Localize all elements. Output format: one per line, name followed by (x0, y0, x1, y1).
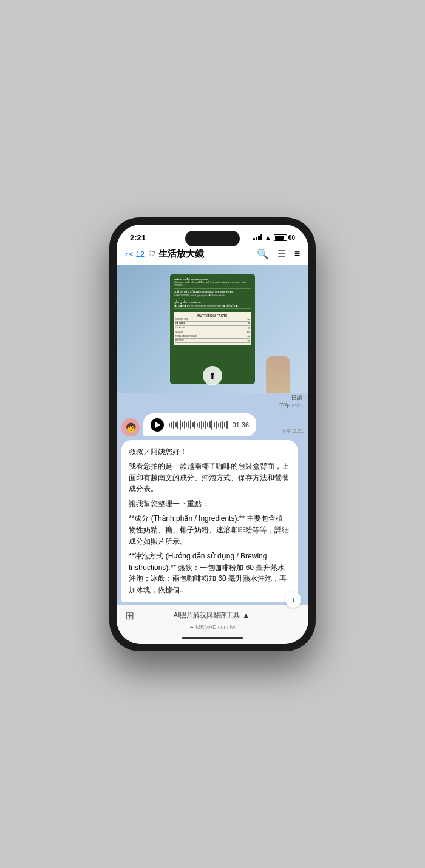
waveform-bar (182, 422, 183, 427)
waveform-bar (214, 422, 215, 427)
text-paragraph-2: 我看您拍的是一款越南椰子咖啡的包裝盒背面，上面印有越南文的成分、沖泡方式、保存方… (129, 461, 290, 495)
watermark-text: MRMAD.com.tw (196, 624, 236, 630)
text-paragraph-4: **成分 (Thành phần / Ingredients):** 主要包含植… (129, 513, 290, 547)
ai-tool-label-area[interactable]: AI照片解說與翻譯工具 ▲ (174, 611, 250, 620)
waveform-bar (220, 422, 221, 428)
share-button-area: ⬆ (203, 366, 222, 385)
keyboard-icon[interactable]: ⊞ (125, 609, 134, 622)
waveform-bar (186, 422, 187, 427)
waveform-bar (211, 420, 212, 430)
nutrition-carb: TOTAL CARBOHYDRATE13g (175, 334, 250, 339)
waveform-bar (173, 421, 174, 429)
avatar: 🧒 (121, 418, 140, 436)
menu-icon[interactable]: ≡ (294, 248, 300, 259)
storage-block: BẢO QUẢN /STORAGE: Bảo quản nơi khô ráo,… (174, 301, 251, 310)
photo-image[interactable]: THÀNH PHẦN /INGREDIENTS: BỘT KEM THỰC VẬ… (117, 265, 308, 393)
back-button[interactable]: ‹ < 12 (125, 249, 144, 259)
nutrition-facts-box: NUTRITION FACTS SERVING SIZE15g CALORIES… (174, 312, 251, 345)
back-label[interactable]: < 12 (129, 249, 144, 259)
waveform-bar (226, 421, 228, 429)
waveform-bar (194, 421, 195, 429)
photo-time: 下午 2:21 (279, 402, 302, 409)
nav-bar: ‹ < 12 🛡 生活放大鏡 🔍 ☰ ≡ (117, 245, 308, 265)
nav-actions: 🔍 ☰ ≡ (257, 248, 300, 260)
voice-time: 下午 2:21 (280, 427, 304, 435)
share-button[interactable]: ⬆ (203, 366, 222, 385)
photo-message: THÀNH PHẦN /INGREDIENTS: BỘT KEM THỰC VẬ… (117, 265, 308, 412)
text-bubble: 叔叔／阿姨您好！ 我看您拍的是一款越南椰子咖啡的包裝盒背面，上面印有越南文的成分… (121, 440, 298, 602)
waveform-bar (188, 421, 189, 428)
watermark: ⌁ MRMAD.com.tw (190, 624, 236, 631)
text-paragraph-1: 叔叔／阿姨您好！ (129, 446, 290, 458)
hand-silhouette (266, 356, 290, 393)
mrmad-logo-icon: ⌁ (190, 624, 194, 631)
battery-fill (275, 236, 284, 240)
chevron-up-icon: ▲ (242, 611, 250, 620)
chat-area: THÀNH PHẦN /INGREDIENTS: BỘT KEM THỰC VẬ… (117, 265, 308, 605)
waveform-bar (205, 421, 206, 429)
waveform-bar (190, 420, 191, 429)
photo-container: THÀNH PHẦN /INGREDIENTS: BỘT KEM THỰC VẬ… (117, 265, 308, 393)
waveform-bar (216, 421, 217, 429)
waveform (169, 420, 228, 430)
ingredients-block: THÀNH PHẦN /INGREDIENTS: BỘT KEM THỰC VẬ… (174, 278, 251, 289)
waveform-bar (197, 423, 198, 427)
chevron-down-icon: ↓ (291, 595, 295, 604)
battery-icon (274, 234, 287, 241)
phone-screen: 2:21 ▲ 80 ‹ < (117, 225, 308, 644)
waveform-bar (218, 423, 219, 427)
ai-tool-label: AI照片解說與翻譯工具 (174, 611, 240, 620)
wifi-icon: ▲ (265, 234, 271, 241)
nutrition-serving: SERVING SIZE15g (175, 317, 250, 322)
list-icon[interactable]: ☰ (277, 248, 286, 260)
brewing-block: HƯỚNG DẪN SỬ DỤNG /BREWING INSTRUCTIONS:… (174, 291, 251, 299)
share-icon: ⬆ (209, 371, 216, 381)
nutrition-calories: CALORIES70 (175, 322, 250, 326)
battery-level: 80 (288, 234, 295, 241)
waveform-bar (222, 421, 223, 429)
nutrition-protein: PROTEIN<1g (175, 339, 250, 343)
phone-shell: 2:21 ▲ 80 ‹ < (109, 217, 316, 651)
signal-icon (253, 234, 262, 240)
shield-icon: 🛡 (148, 249, 155, 258)
waveform-bar (224, 422, 225, 427)
waveform-bar (180, 420, 181, 430)
dynamic-island (185, 231, 240, 246)
status-icons: ▲ 80 (253, 234, 295, 241)
waveform-bar (169, 423, 170, 427)
text-message-row: 叔叔／阿姨您好！ 我看您拍的是一款越南椰子咖啡的包裝盒背面，上面印有越南文的成分… (117, 438, 308, 605)
nutrition-fat: TOTAL FAT1g (175, 326, 250, 330)
back-icon: ‹ (125, 249, 127, 259)
voice-message-row: 🧒 (117, 412, 308, 438)
waveform-bar (201, 421, 202, 429)
text-paragraph-5: **沖泡方式 (Hướng dẫn sử dụng / Brewing Inst… (129, 551, 290, 595)
play-button[interactable] (151, 418, 164, 432)
toolbar-row: ⊞ AI照片解說與翻譯工具 ▲ (125, 609, 300, 622)
text-paragraph-3: 讓我幫您整理一下重點： (129, 498, 290, 510)
waveform-bar (171, 422, 172, 428)
battery-indicator: 80 (274, 234, 295, 241)
home-indicator (117, 632, 308, 644)
waveform-bar (192, 422, 194, 427)
waveform-bar (184, 421, 185, 429)
home-bar (182, 637, 243, 639)
read-status: 已讀 (291, 395, 302, 401)
nutrition-sodium: SODIUM4% (175, 330, 250, 334)
status-time: 2:21 (130, 233, 146, 242)
read-time: 已讀 下午 2:21 (117, 393, 308, 412)
waveform-bar (209, 421, 211, 428)
waveform-bar (207, 422, 208, 427)
nav-title-area: 🛡 生活放大鏡 (148, 248, 253, 260)
voice-duration: 01:36 (233, 421, 250, 429)
search-icon[interactable]: 🔍 (257, 248, 269, 260)
play-icon (155, 422, 160, 428)
waveform-bar (175, 422, 177, 427)
waveform-bar (177, 421, 178, 429)
waveform-bar (199, 422, 200, 428)
channel-title: 生活放大鏡 (158, 248, 204, 260)
waveform-bar (203, 422, 204, 427)
voice-bubble[interactable]: 01:36 (143, 413, 256, 436)
